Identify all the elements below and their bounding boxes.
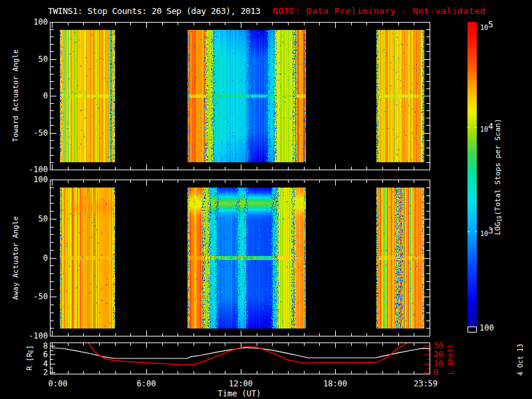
away-heatmap	[50, 180, 430, 336]
ytick-label: 50	[39, 55, 48, 64]
colorbar-tick-label: 103	[480, 225, 493, 237]
ytick-label: 100	[33, 175, 48, 184]
colorbar-label-pre: LOG	[493, 222, 502, 235]
r-tick-label: 4	[43, 359, 48, 368]
xtick-2359: 23:59	[414, 379, 438, 388]
colorbar-axis-label: LOG10(Total Stops per Scan)	[493, 118, 503, 235]
time-axis-label: Time (UT)	[217, 389, 261, 398]
r-axis-label-post: ]	[25, 345, 34, 350]
r-axis-label-sub: E	[29, 350, 35, 353]
lshell-tick-label: 10	[434, 359, 443, 368]
colorbar-tick-label: 104	[480, 121, 493, 133]
r-tick-label: 6	[43, 350, 48, 359]
ytick-label: -50	[33, 128, 48, 138]
colorbar-tick-label: 100	[479, 323, 494, 332]
r-tick-label: 2	[43, 368, 48, 377]
toward-heatmap	[50, 22, 430, 170]
figure: TWINS1: Stop Counts: 20 Sep (day 263), 2…	[0, 0, 532, 399]
xtick-0000: 0:00	[49, 379, 68, 388]
chart-title: TWINS1: Stop Counts: 20 Sep (day 263), 2…	[48, 6, 260, 16]
lshell-tick-label: 0	[434, 368, 438, 377]
away-axis-label: Away Actuator Angle	[11, 216, 20, 300]
ytick-label: -50	[33, 292, 48, 301]
r-axis-label: R [RE]	[25, 345, 35, 370]
orbit-plot	[50, 342, 430, 374]
xtick-1800: 18:00	[323, 379, 347, 388]
colorbar-label-sub: 10	[497, 215, 503, 222]
lshell-tick-label: 30	[434, 341, 443, 350]
colorbar-label-post: (Total Stops per Scan)	[493, 118, 502, 215]
xtick-1200: 12:00	[229, 379, 253, 388]
lshell-axis-label: L Shell	[446, 344, 455, 374]
xtick-0600: 6:00	[137, 379, 156, 388]
ytick-label: 50	[39, 214, 48, 223]
preliminary-note: NOTE: Data Preliminary - Not validated	[273, 6, 485, 16]
colorbar-tick-label: 105	[480, 19, 493, 31]
ytick-label: -100	[29, 165, 48, 174]
ytick-label: 0	[43, 91, 48, 100]
toward-axis-label: Toward Actuator Angle	[11, 49, 20, 142]
ytick-label: 100	[33, 17, 48, 27]
r-axis-label-pre: R [R	[25, 352, 34, 370]
ytick-label: -100	[29, 331, 48, 340]
ytick-label: 0	[43, 253, 48, 263]
colorbar	[467, 22, 477, 332]
r-tick-label: 8	[43, 341, 48, 350]
date-stamp: 4 Oct 13	[517, 344, 524, 376]
lshell-tick-label: 20	[434, 350, 443, 359]
